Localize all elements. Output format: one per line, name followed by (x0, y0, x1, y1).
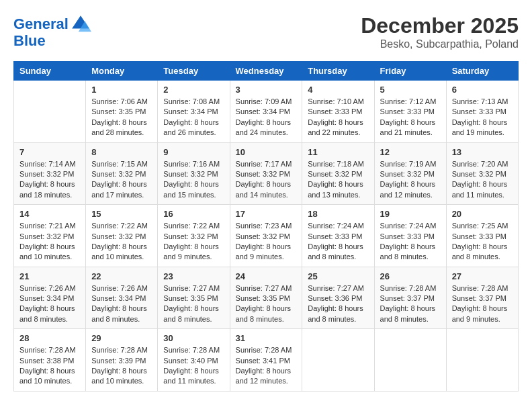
day-number: 5 (380, 85, 441, 95)
day-number: 7 (19, 147, 80, 157)
calendar-cell: 13Sunrise: 7:20 AMSunset: 3:32 PMDayligh… (446, 142, 518, 205)
calendar-cell: 2Sunrise: 7:08 AMSunset: 3:34 PMDaylight… (158, 81, 230, 143)
calendar-cell: 15Sunrise: 7:22 AMSunset: 3:32 PMDayligh… (86, 205, 158, 267)
calendar-header-monday: Monday (86, 62, 158, 81)
day-number: 30 (163, 333, 224, 343)
calendar-header-tuesday: Tuesday (158, 62, 230, 81)
calendar-cell: 1Sunrise: 7:06 AMSunset: 3:35 PMDaylight… (86, 81, 158, 143)
day-info: Sunrise: 7:28 AMSunset: 3:37 PMDaylight:… (452, 283, 513, 325)
location-title: Besko, Subcarpathia, Poland (361, 38, 519, 50)
calendar-cell: 9Sunrise: 7:16 AMSunset: 3:32 PMDaylight… (158, 142, 230, 205)
day-info: Sunrise: 7:13 AMSunset: 3:33 PMDaylight:… (452, 97, 513, 138)
day-info: Sunrise: 7:09 AMSunset: 3:34 PMDaylight:… (236, 97, 297, 138)
calendar-cell: 25Sunrise: 7:27 AMSunset: 3:36 PMDayligh… (302, 267, 374, 329)
day-number: 8 (91, 147, 152, 157)
calendar-cell: 23Sunrise: 7:27 AMSunset: 3:35 PMDayligh… (158, 267, 230, 329)
calendar-header-saturday: Saturday (446, 62, 518, 81)
day-info: Sunrise: 7:06 AMSunset: 3:35 PMDaylight:… (91, 97, 152, 138)
calendar-cell: 31Sunrise: 7:28 AMSunset: 3:41 PMDayligh… (230, 329, 302, 392)
day-number: 12 (380, 147, 441, 157)
day-number: 13 (452, 147, 513, 157)
calendar-cell: 24Sunrise: 7:27 AMSunset: 3:35 PMDayligh… (230, 267, 302, 329)
calendar-cell: 19Sunrise: 7:24 AMSunset: 3:33 PMDayligh… (374, 205, 446, 267)
day-number: 27 (452, 271, 513, 281)
month-title: December 2025 (361, 13, 519, 38)
calendar-header-thursday: Thursday (302, 62, 374, 81)
calendar-cell: 29Sunrise: 7:28 AMSunset: 3:39 PMDayligh… (86, 329, 158, 392)
calendar-header-friday: Friday (374, 62, 446, 81)
calendar-cell: 12Sunrise: 7:19 AMSunset: 3:32 PMDayligh… (374, 142, 446, 205)
calendar-week-5: 28Sunrise: 7:28 AMSunset: 3:38 PMDayligh… (14, 329, 519, 392)
day-number: 29 (91, 333, 152, 343)
calendar-week-1: 1Sunrise: 7:06 AMSunset: 3:35 PMDaylight… (14, 81, 519, 143)
day-number: 11 (308, 147, 368, 157)
calendar-cell: 11Sunrise: 7:18 AMSunset: 3:32 PMDayligh… (302, 142, 374, 205)
calendar-cell: 16Sunrise: 7:22 AMSunset: 3:32 PMDayligh… (158, 205, 230, 267)
day-number: 25 (308, 271, 368, 281)
day-info: Sunrise: 7:28 AMSunset: 3:38 PMDaylight:… (19, 345, 80, 387)
day-info: Sunrise: 7:19 AMSunset: 3:32 PMDaylight:… (380, 159, 441, 201)
logo-text: General (13, 16, 69, 32)
day-number: 9 (163, 147, 224, 157)
calendar-cell: 22Sunrise: 7:26 AMSunset: 3:34 PMDayligh… (86, 267, 158, 329)
calendar-cell: 26Sunrise: 7:28 AMSunset: 3:37 PMDayligh… (374, 267, 446, 329)
calendar-header-sunday: Sunday (14, 62, 86, 81)
day-number: 2 (163, 85, 224, 95)
calendar-week-3: 14Sunrise: 7:21 AMSunset: 3:32 PMDayligh… (14, 205, 519, 267)
day-number: 22 (91, 271, 152, 281)
calendar-cell: 4Sunrise: 7:10 AMSunset: 3:33 PMDaylight… (302, 81, 374, 143)
day-number: 10 (236, 147, 297, 157)
day-number: 28 (19, 333, 80, 343)
day-info: Sunrise: 7:28 AMSunset: 3:41 PMDaylight:… (236, 345, 297, 387)
day-info: Sunrise: 7:08 AMSunset: 3:34 PMDaylight:… (163, 97, 224, 138)
day-number: 17 (236, 209, 297, 219)
day-number: 6 (452, 85, 513, 95)
day-info: Sunrise: 7:18 AMSunset: 3:32 PMDaylight:… (308, 159, 368, 201)
calendar-header-row: SundayMondayTuesdayWednesdayThursdayFrid… (14, 62, 519, 81)
day-number: 20 (452, 209, 513, 219)
day-number: 19 (380, 209, 441, 219)
day-info: Sunrise: 7:20 AMSunset: 3:32 PMDaylight:… (452, 159, 513, 201)
day-number: 16 (163, 209, 224, 219)
day-info: Sunrise: 7:28 AMSunset: 3:39 PMDaylight:… (91, 345, 152, 387)
calendar-cell: 20Sunrise: 7:25 AMSunset: 3:33 PMDayligh… (446, 205, 518, 267)
calendar-cell: 27Sunrise: 7:28 AMSunset: 3:37 PMDayligh… (446, 267, 518, 329)
calendar: SundayMondayTuesdayWednesdayThursdayFrid… (13, 61, 519, 392)
calendar-cell (374, 329, 446, 392)
calendar-cell (446, 329, 518, 392)
day-info: Sunrise: 7:27 AMSunset: 3:36 PMDaylight:… (308, 283, 368, 325)
day-info: Sunrise: 7:14 AMSunset: 3:32 PMDaylight:… (19, 159, 80, 201)
day-info: Sunrise: 7:22 AMSunset: 3:32 PMDaylight:… (163, 221, 224, 263)
day-info: Sunrise: 7:21 AMSunset: 3:32 PMDaylight:… (19, 221, 80, 263)
day-info: Sunrise: 7:25 AMSunset: 3:33 PMDaylight:… (452, 221, 513, 263)
day-number: 26 (380, 271, 441, 281)
calendar-cell: 10Sunrise: 7:17 AMSunset: 3:32 PMDayligh… (230, 142, 302, 205)
day-number: 18 (308, 209, 368, 219)
day-info: Sunrise: 7:12 AMSunset: 3:33 PMDaylight:… (380, 97, 441, 138)
day-number: 14 (19, 209, 80, 219)
day-info: Sunrise: 7:23 AMSunset: 3:32 PMDaylight:… (236, 221, 297, 263)
day-info: Sunrise: 7:16 AMSunset: 3:32 PMDaylight:… (163, 159, 224, 201)
logo: General Blue (13, 13, 91, 50)
day-info: Sunrise: 7:22 AMSunset: 3:32 PMDaylight:… (91, 221, 152, 263)
calendar-cell (14, 81, 86, 143)
calendar-body: 1Sunrise: 7:06 AMSunset: 3:35 PMDaylight… (14, 81, 519, 392)
day-info: Sunrise: 7:26 AMSunset: 3:34 PMDaylight:… (91, 283, 152, 325)
calendar-week-2: 7Sunrise: 7:14 AMSunset: 3:32 PMDaylight… (14, 142, 519, 205)
calendar-cell: 7Sunrise: 7:14 AMSunset: 3:32 PMDaylight… (14, 142, 86, 205)
day-info: Sunrise: 7:28 AMSunset: 3:37 PMDaylight:… (380, 283, 441, 325)
day-number: 24 (236, 271, 297, 281)
header: General Blue December 2025 Besko, Subcar… (13, 13, 519, 50)
day-info: Sunrise: 7:27 AMSunset: 3:35 PMDaylight:… (236, 283, 297, 325)
title-area: December 2025 Besko, Subcarpathia, Polan… (361, 13, 519, 50)
calendar-cell: 18Sunrise: 7:24 AMSunset: 3:33 PMDayligh… (302, 205, 374, 267)
day-info: Sunrise: 7:15 AMSunset: 3:32 PMDaylight:… (91, 159, 152, 201)
calendar-cell: 5Sunrise: 7:12 AMSunset: 3:33 PMDaylight… (374, 81, 446, 143)
day-number: 4 (308, 85, 368, 95)
logo-blue: Blue (13, 32, 46, 50)
day-info: Sunrise: 7:26 AMSunset: 3:34 PMDaylight:… (19, 283, 80, 325)
day-number: 1 (91, 85, 152, 95)
day-info: Sunrise: 7:10 AMSunset: 3:33 PMDaylight:… (308, 97, 368, 138)
logo-icon (70, 13, 91, 35)
calendar-cell: 8Sunrise: 7:15 AMSunset: 3:32 PMDaylight… (86, 142, 158, 205)
